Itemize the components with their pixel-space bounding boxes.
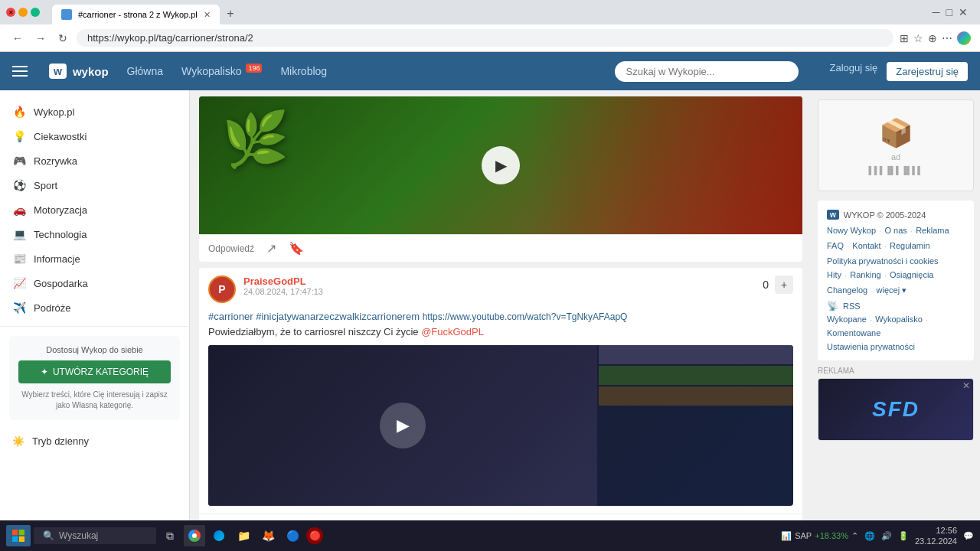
taskbar-edge[interactable] bbox=[208, 525, 230, 546]
youtube-link[interactable]: https://www.youtube.com/watch?v=TgNkyAFA… bbox=[423, 311, 628, 322]
sidebar-label-podroze: Podróże bbox=[34, 302, 70, 314]
rss-row: 📡 RSS bbox=[827, 301, 965, 311]
link-osiagniecia[interactable]: Osiągnięcia bbox=[890, 270, 933, 281]
link-polityka[interactable]: Polityka prywatności i cookies bbox=[827, 256, 939, 266]
post-video-thumb-2[interactable]: ▶ bbox=[208, 345, 793, 506]
user-info: PraiseGodPL 24.08.2024, 17:47:13 bbox=[243, 276, 755, 296]
close-window-icon[interactable]: ✕ bbox=[959, 6, 968, 18]
taskbar-app5[interactable]: 🔵 bbox=[282, 525, 303, 546]
link-komentowane[interactable]: Komentowane bbox=[827, 328, 880, 337]
volume-icon: 🔊 bbox=[881, 531, 892, 541]
login-button[interactable]: Zaloguj się bbox=[829, 62, 877, 81]
search-input[interactable] bbox=[615, 61, 799, 82]
back-button[interactable]: ← bbox=[9, 29, 26, 47]
link-ranking[interactable]: Ranking bbox=[850, 270, 880, 281]
plane-icon: ✈️ bbox=[12, 302, 26, 314]
svg-rect-3 bbox=[19, 536, 24, 542]
stock-name: SAP bbox=[795, 531, 812, 540]
link-hity[interactable]: Hity bbox=[827, 270, 841, 281]
forward-button[interactable]: → bbox=[32, 29, 49, 47]
upvote-button[interactable]: + bbox=[775, 276, 793, 294]
nav-badge: 196 bbox=[246, 64, 262, 73]
taskbar-chrome[interactable] bbox=[184, 525, 205, 546]
create-category-button[interactable]: ✦ UTWÓRZ KATEGORIĘ bbox=[18, 360, 171, 383]
tray-up-arrow[interactable]: ⌃ bbox=[851, 531, 858, 541]
link-wykopane[interactable]: Wykopane bbox=[827, 315, 867, 325]
profile-icon[interactable]: ⊕ bbox=[928, 32, 937, 44]
link-nowy-wykop[interactable]: Nowy Wykop bbox=[827, 226, 876, 236]
taskbar-firefox[interactable]: 🦊 bbox=[257, 525, 279, 546]
url-input[interactable]: https://wykop.pl/tag/carrioner/strona/2 bbox=[77, 29, 893, 47]
link-regulamin[interactable]: Regulamin bbox=[890, 241, 930, 252]
maximize-button[interactable] bbox=[31, 8, 40, 17]
start-button[interactable] bbox=[6, 525, 31, 546]
taskbar-explorer[interactable]: 📁 bbox=[233, 525, 254, 546]
link-o-nas[interactable]: O nas bbox=[884, 226, 906, 236]
tab-close-icon[interactable]: ✕ bbox=[204, 10, 211, 20]
window-controls[interactable]: ✕ bbox=[6, 8, 40, 17]
minimize-window-icon[interactable]: ─ bbox=[933, 6, 940, 18]
new-tab-button[interactable]: + bbox=[220, 3, 241, 24]
link-changelog[interactable]: Changelog bbox=[827, 285, 867, 296]
sidebar-item-ciekawostki[interactable]: 💡 Ciekawostki bbox=[0, 124, 189, 148]
link-reklama[interactable]: Reklama bbox=[916, 226, 949, 236]
sidebar-item-motoryzacja[interactable]: 🚗 Motoryzacja bbox=[0, 197, 189, 222]
search-icon: 🔍 bbox=[43, 530, 54, 541]
mention-fuckgodpl[interactable]: @FuckGodPL bbox=[421, 326, 484, 337]
cannabis-leaf-icon: 🌿 bbox=[222, 108, 289, 171]
logo-text: wykop bbox=[73, 65, 109, 78]
tab-title: #carrioner - strona 2 z Wykop.pl bbox=[78, 10, 198, 19]
play-button-1[interactable]: ▶ bbox=[482, 146, 520, 184]
active-tab[interactable]: #carrioner - strona 2 z Wykop.pl ✕ bbox=[52, 5, 220, 24]
taskbar-search-box[interactable]: 🔍 Wyszukaj bbox=[34, 527, 156, 544]
post-body-text: Powiedziałbym, że to carriosrel niszczy … bbox=[208, 326, 421, 337]
share-button-1[interactable]: ↗ bbox=[266, 241, 276, 256]
link-wiecej[interactable]: więcej ▾ bbox=[877, 285, 907, 296]
sidebar-item-wykop[interactable]: 🔥 Wykop.pl bbox=[0, 99, 189, 124]
refresh-button[interactable]: ↻ bbox=[55, 29, 70, 47]
sidebar-item-gospodarka[interactable]: 📈 Gospodarka bbox=[0, 271, 189, 295]
browser-profile-avatar[interactable] bbox=[957, 31, 971, 45]
sidebar-item-rozrywka[interactable]: 🎮 Rozrywka bbox=[0, 148, 189, 173]
username[interactable]: PraiseGodPL bbox=[243, 276, 755, 287]
sidebar-item-informacje[interactable]: 📰 Informacje bbox=[0, 246, 189, 271]
link-wykopalisko-r[interactable]: Wykopalisko bbox=[875, 315, 923, 325]
hashtag-carrioner[interactable]: #carrioner bbox=[208, 311, 253, 322]
nav-main[interactable]: Główna bbox=[127, 65, 163, 77]
hamburger-menu[interactable] bbox=[12, 62, 31, 80]
link-ustawienia[interactable]: Ustawienia prywatności bbox=[827, 342, 965, 351]
close-button[interactable]: ✕ bbox=[6, 8, 15, 17]
post-video-1[interactable]: 🌿 ▶ bbox=[199, 96, 802, 234]
notification-icon[interactable]: 💬 bbox=[963, 531, 974, 541]
reply-button-1[interactable]: Odpowiedź bbox=[208, 243, 254, 254]
stock-change: +18.33% bbox=[815, 531, 848, 540]
restore-window-icon[interactable]: □ bbox=[946, 6, 952, 18]
sidebar-item-technologia[interactable]: 💻 Technologia bbox=[0, 222, 189, 246]
sidebar-item-podroze[interactable]: ✈️ Podróże bbox=[0, 295, 189, 320]
site-logo[interactable]: w wykop bbox=[49, 64, 109, 79]
nav-wykopalisko[interactable]: Wykopalisko 196 bbox=[181, 65, 262, 77]
promo-subtitle: Wybierz treści, które Cię interesują i z… bbox=[18, 390, 171, 411]
post-text: #carrioner #inicjatywanarzeczwalkizcarri… bbox=[208, 309, 793, 339]
save-button-1[interactable]: 🔖 bbox=[289, 241, 304, 256]
link-kontakt[interactable]: Kontakt bbox=[852, 241, 880, 252]
sfd-ad-content[interactable]: SFD bbox=[818, 379, 973, 440]
ad-close-icon[interactable]: ✕ bbox=[962, 380, 970, 391]
extensions-icon[interactable]: ⊞ bbox=[900, 32, 909, 44]
link-faq[interactable]: FAQ bbox=[827, 241, 844, 252]
side-video-grid bbox=[599, 345, 793, 406]
play-button-2[interactable]: ▶ bbox=[380, 403, 426, 448]
minimize-button[interactable] bbox=[18, 8, 28, 17]
bookmark-icon[interactable]: ☆ bbox=[913, 32, 923, 44]
register-button[interactable]: Zarejestruj się bbox=[887, 62, 968, 81]
hashtag-inicjatywa[interactable]: #inicjatywanarzeczwalkizcarrionerem bbox=[256, 311, 420, 322]
ad-icon: 📦 bbox=[879, 117, 913, 149]
menu-icon[interactable]: ⋯ bbox=[942, 32, 952, 44]
night-mode-toggle[interactable]: ☀️ Tryb dzienny bbox=[0, 429, 189, 453]
sidebar-item-sport[interactable]: ⚽ Sport bbox=[0, 173, 189, 197]
link-rss[interactable]: RSS bbox=[843, 302, 861, 311]
footer-copyright: WYKOP © 2005-2024 bbox=[844, 210, 926, 220]
taskbar-app6[interactable]: 🔴 bbox=[306, 527, 323, 544]
nav-mikroblog[interactable]: Mikroblog bbox=[280, 65, 327, 77]
taskbar-task-view[interactable]: ⧉ bbox=[159, 525, 181, 546]
